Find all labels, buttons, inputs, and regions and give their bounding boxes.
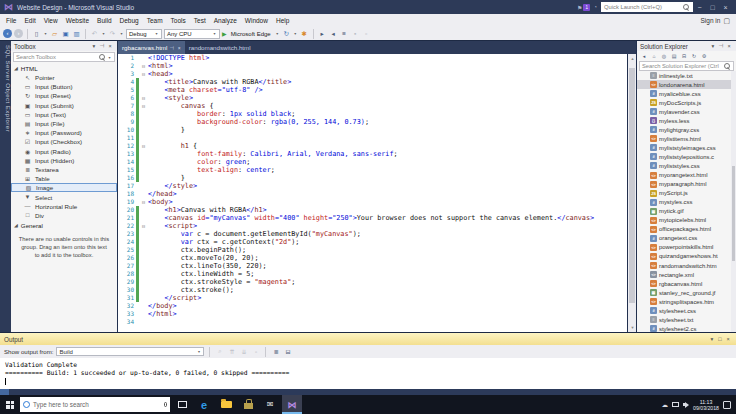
toolbox-group-html[interactable]: ◢ HTML [11,63,117,73]
code-line[interactable]: 6⊟ <style> [118,94,627,102]
code-line[interactable]: 12⊟ h1 { [118,142,627,150]
menu-analyze[interactable]: Analyze [210,17,241,24]
properties-icon[interactable]: ⚙ [700,53,708,59]
code-line[interactable]: 18</head> [118,190,627,198]
code-line[interactable]: 28 ctx.lineWidth = 5; [118,270,627,278]
store-button[interactable] [238,395,258,414]
network-icon[interactable] [672,402,679,407]
collapse-box-icon[interactable]: ⊟ [139,142,148,150]
code-line[interactable]: 13 font-family: Calibri, Arial, Verdana,… [118,150,627,158]
file-quizandgameshows-ht[interactable]: <>quizandgameshows.ht [637,252,731,261]
file-stanley-rec-ground-jf[interactable]: ▦stanley_rec_ground.jf [637,288,731,297]
scrollbar-thumb[interactable] [629,68,635,303]
menu-website[interactable]: Website [62,17,93,24]
taskbar-search-input[interactable]: Type here to search [20,397,170,412]
file-officepackages-html[interactable]: <>officepackages.html [637,225,731,234]
window-position-icon[interactable]: ▾ [708,336,716,342]
code-line[interactable]: 26 ctx.moveTo(20, 20); [118,254,627,262]
toolbox-item-input-submit[interactable]: ▣Input (Submit) [11,101,117,110]
toolbox-item-input-file[interactable]: ▤Input (File) [11,119,117,128]
toolbox-item-select[interactable]: ▼Select [11,192,117,201]
file-randomandswitch-htm[interactable]: <>randomandswitch.htm [637,261,731,270]
code-line[interactable]: 25 ctx.beginPath(); [118,246,627,254]
onedrive-cloud-icon[interactable]: ☁ [662,401,669,409]
code-line[interactable]: 11 [118,134,627,142]
file-mytopicelebs-html[interactable]: <>mytopicelebs.html [637,216,731,225]
file-mydocscripts-js[interactable]: JSmyDocScripts.js [637,98,731,107]
toolbox-group-general[interactable]: ◢ General [11,220,117,230]
close-icon[interactable]: × [725,43,733,49]
navigate-back-icon[interactable]: ‹ [3,29,12,38]
new-file-icon[interactable]: ▯ [32,30,41,38]
undo-icon[interactable]: ↶ [90,30,99,38]
code-line[interactable]: 31 </script> [118,294,627,302]
sql-server-object-explorer-tab[interactable]: SQL Server Object Explorer [0,41,11,332]
maximize-icon[interactable]: □ [716,336,724,342]
menu-view[interactable]: View [40,17,62,24]
toolbox-item-textarea[interactable]: ≣Textarea [11,165,117,174]
toolbox-item-image[interactable]: ▧Image [11,183,117,192]
toolbox-item-input-radio[interactable]: ◉Input (Radio) [11,147,117,156]
navigate-symbol-icon[interactable]: ◂ [329,30,338,38]
scope-icon[interactable]: ◎ [660,53,668,59]
code-line[interactable]: 15 text-align: center; [118,166,627,174]
browser-link-icon[interactable]: ✱ [300,30,309,38]
tab-rgbacanvas-html[interactable]: rgbacanvas.html⊤× [118,41,185,54]
comment-icon[interactable]: ▪ [351,30,360,37]
pin-icon[interactable]: ⊤ [170,45,176,49]
browser-dropdown-icon[interactable]: ▾ [275,31,280,36]
code-line[interactable]: 29 ctx.strokeStyle = "magenta"; [118,278,627,286]
file-stylesheet-txt[interactable]: ≡stylesheet.txt [637,315,731,324]
toolbox-item-div[interactable]: □Div [11,211,117,220]
toolbox-item-input-password[interactable]: ∗Input (Password) [11,128,117,137]
toolbox-search-input[interactable]: Search Toolbox ▾ [13,52,115,62]
solution-scrollbar[interactable] [731,71,736,332]
code-line[interactable]: 10 } [118,126,627,134]
run-browser-label[interactable]: Microsoft Edge [231,31,271,37]
code-line[interactable]: 33</html> [118,310,627,318]
menu-help[interactable]: Help [272,17,293,24]
menu-window[interactable]: Window [241,17,272,24]
output-source-select[interactable]: Build▾ [56,347,204,356]
file-londonarena-html[interactable]: <>londonarena.html [637,80,731,89]
file-orangetext-css[interactable]: #orangetext.css [637,234,731,243]
save-all-icon[interactable]: ▥ [72,30,81,38]
next-message-icon[interactable]: ⇊ [239,348,248,355]
code-line[interactable]: 32</body> [118,302,627,310]
quick-launch-input[interactable]: Quick Launch (Ctrl+Q) [601,2,693,12]
file-mylightgray-css[interactable]: #mylightgray.css [637,125,731,134]
collapse-box-icon[interactable]: ⊟ [139,198,148,206]
toolbox-header[interactable]: Toolbox ▾ ⊤ × [11,41,117,51]
close-icon[interactable]: × [724,336,732,342]
close-icon[interactable]: × [106,43,114,49]
code-line[interactable]: 2⊟<html> [118,62,627,70]
feedback-icon[interactable]: ◔ [593,4,597,10]
code-line[interactable]: 3⊟<head> [118,70,627,78]
line-operations-icon[interactable]: ≡ [340,30,349,37]
code-line[interactable]: 9 background-color: rgba(0, 255, 144, 0.… [118,118,627,126]
open-file-icon[interactable]: ▱ [50,30,59,38]
file-mystyles-css[interactable]: #mystyles.css [637,198,731,207]
menu-edit[interactable]: Edit [20,17,39,24]
collapse-box-icon[interactable]: ⊟ [139,70,148,78]
show-all-files-icon[interactable]: ▤ [670,53,678,59]
find-in-files-icon[interactable]: ▸ [318,30,327,38]
close-tab-icon[interactable]: × [178,45,181,51]
toolbox-item-input-button[interactable]: ▭Input (Button) [11,82,117,91]
menu-test[interactable]: Test [190,17,210,24]
file-myliststyleimages-css[interactable]: #myliststyleimages.css [637,143,731,152]
toolbox-item-input-reset[interactable]: ↻Input (Reset) [11,91,117,100]
file-myscript-js[interactable]: JSmyScript.js [637,189,731,198]
file-mylistitems-html[interactable]: <>mylistitems.html [637,134,731,143]
find-message-icon[interactable]: ⌕ [215,348,224,355]
file-rgbacanvas-html[interactable]: <>rgbacanvas.html [637,279,731,288]
code-line[interactable]: 22⊟ <script> [118,222,627,230]
maximize-button[interactable]: □ [706,4,719,11]
collapse-box-icon[interactable]: ⊟ [139,62,148,70]
redo-icon[interactable]: ↷ [108,30,117,38]
code-line[interactable]: 16 } [118,174,627,182]
navigate-forward-icon[interactable]: › [14,29,23,38]
taskbar-clock[interactable]: 11:13 09/03/2018 [693,399,719,411]
collapse-box-icon[interactable]: ⊟ [139,102,148,110]
menu-team[interactable]: Team [143,17,167,24]
